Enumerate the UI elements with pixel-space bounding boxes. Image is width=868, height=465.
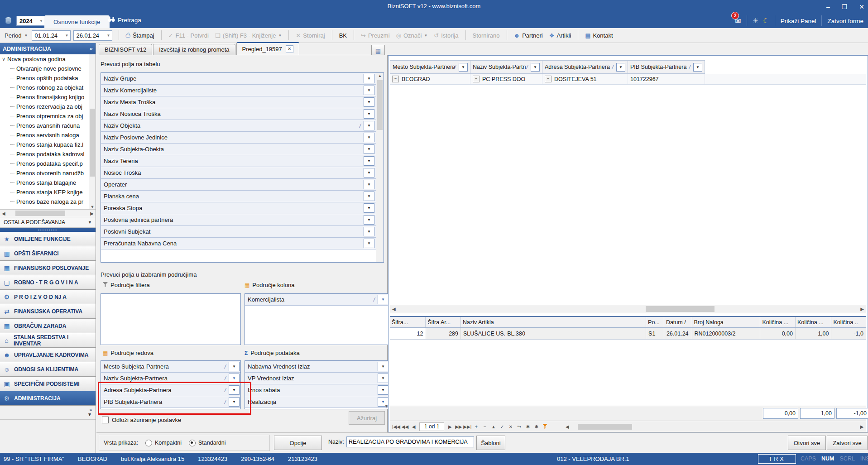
options-button[interactable]: Opcije — [274, 436, 322, 450]
collapse-icon[interactable]: − — [545, 76, 551, 82]
navigator-button[interactable]: ✱ — [523, 424, 532, 429]
pivot-horizontal-scrollbar[interactable]: ◀ ▶ — [390, 305, 866, 313]
navigator-button[interactable]: ◀ — [409, 424, 418, 429]
column-filter-icon[interactable]: ▼ — [459, 63, 468, 72]
tab-izve-taji-iz-robnog-prometa[interactable]: Izveštaji iz robnog prometa — [153, 44, 235, 55]
field-item-naziv-poslovne-jedinice[interactable]: Naziv Poslovne Jedinice▼ — [101, 132, 384, 144]
field-dropdown-icon[interactable]: ▼ — [364, 215, 374, 225]
filter-area-box[interactable] — [101, 293, 241, 345]
toolbar-button-bk[interactable]: BK — [336, 29, 350, 41]
grid-column-header-koli-ina[interactable]: Količina .. — [831, 317, 866, 327]
grid-cell[interactable]: 0,00 — [760, 328, 796, 339]
tree-item-prenos-podataka-kadrovsl[interactable]: Prenos podataka kadrovsl — [0, 149, 96, 159]
grid-column-header-naziv-artikla[interactable]: Naziv Artikla — [461, 317, 646, 327]
checkbox-icon[interactable] — [102, 417, 109, 423]
field-dropdown-icon[interactable]: ▼ — [364, 227, 374, 236]
scrollbar-thumb[interactable] — [90, 109, 95, 177]
fields-scrollbar[interactable]: ▲ — [376, 73, 384, 262]
grid-column-header-koli-ina[interactable]: Količina ... — [796, 317, 831, 327]
area-item-komercijalista[interactable]: Komercijalista/▼ — [245, 294, 389, 306]
grid-column-header-datum[interactable]: Datum / — [664, 317, 692, 327]
field-item-naziv-terena[interactable]: Naziv Terena▼ — [101, 155, 384, 167]
scrollbar-thumb[interactable] — [646, 306, 715, 312]
tree-item-prenos-finansijskog-knjigo[interactable]: Prenos finansijskog knjigo — [0, 92, 96, 102]
scrollbar-thumb[interactable] — [15, 211, 65, 216]
area-item-vp-vrednost-izlaz[interactable]: VP Vrednost Izlaz▼ — [245, 373, 389, 384]
sidebar-item-finansijska-operativa[interactable]: ⇄FINANSIJSKA OPERATIVA — [0, 304, 96, 319]
tree-item-prenos-podataka-specif-p[interactable]: Prenos podataka specif.p — [0, 159, 96, 168]
tree-item-prenos-baze-naloga-za-pr[interactable]: Prenos baze naloga za pr — [0, 197, 96, 206]
area-item-mesto-subjekta-partnera[interactable]: Mesto Subjekta-Partnera/▼ — [101, 361, 240, 373]
navigator-button[interactable]: ▶▶ — [454, 424, 463, 429]
minimize-icon[interactable]: – — [826, 3, 830, 10]
show-panel-button[interactable]: Prikaži Panel — [781, 18, 816, 24]
grid-cell[interactable]: 1,00 — [796, 328, 832, 339]
grid-cell[interactable]: 26.01.24 — [664, 328, 692, 339]
restore-icon[interactable]: ❐ — [842, 3, 848, 10]
grid-column-header-ifra-ar[interactable]: Šifra Ar... — [426, 317, 461, 327]
radio-kompaktni[interactable]: Kompaktni — [145, 440, 182, 446]
field-item-naziv-mesta-tro-ka[interactable]: Naziv Mesta Troška▼ — [101, 96, 384, 108]
radio-icon[interactable] — [145, 440, 152, 446]
tree-item-otvaranje-nove-poslovne[interactable]: Otvaranje nove poslovne — [0, 64, 96, 73]
light-theme-icon[interactable]: ☀ — [753, 17, 758, 25]
pivot-cell[interactable]: −DOSITEJEVA 51 — [542, 74, 628, 84]
open-all-button[interactable]: Otvori sve — [788, 436, 826, 450]
scroll-right-icon[interactable]: ▶ — [88, 211, 96, 216]
toolbar-button-kontakt[interactable]: ▤Kontakt — [582, 29, 616, 41]
field-dropdown-icon[interactable]: ▼ — [364, 192, 374, 201]
collapse-icon[interactable]: − — [473, 76, 480, 82]
column-filter-icon[interactable]: ▼ — [616, 63, 625, 72]
toolbar-button-tampaj[interactable]: ⎙Štampaj — [123, 29, 158, 41]
sidebar-item-omiljene-funkcije[interactable]: ★OMILJENE FUNKCIJE — [0, 232, 96, 246]
field-item-operater[interactable]: Operater▼ — [101, 179, 384, 191]
tree-vertical-scrollbar[interactable]: ▼ — [89, 54, 96, 209]
toolbar-button-artikli[interactable]: ❖Artikli — [546, 29, 574, 41]
toolbar-button-preuzmi[interactable]: ↪Preuzmi — [358, 29, 393, 41]
navigator-button[interactable]: ✱ — [532, 424, 541, 429]
date-to-field[interactable]: 26.01.24 ▼ — [73, 30, 112, 41]
field-dropdown-icon[interactable]: ▼ — [364, 239, 374, 248]
grid-column-header-po[interactable]: Po... — [646, 317, 664, 327]
field-dropdown-icon[interactable]: ▼ — [364, 203, 374, 213]
mail-icon[interactable]: ✉ 2 — [735, 17, 741, 25]
field-item-naziv-komercijaliste[interactable]: Naziv Komercijaliste▼ — [101, 85, 384, 96]
field-dropdown-icon[interactable]: ▼ — [364, 97, 374, 107]
grid-column-header-broj-naloga[interactable]: Broj Naloga — [692, 317, 761, 327]
tree-item-prenos-avansnih-ra-una[interactable]: Prenos avansnih računa — [0, 121, 96, 130]
update-button[interactable]: Ažuriraj — [349, 411, 385, 425]
tree-item-prenos-otpremnica-za-obj[interactable]: Prenos otpremnica za obj — [0, 111, 96, 121]
navigator-button[interactable]: ↪ — [515, 424, 523, 429]
navigator-button[interactable]: |◀◀ — [392, 424, 401, 429]
rows-area-box[interactable]: Mesto Subjekta-Partnera/▼Naziv Subjekta-… — [101, 360, 241, 409]
scroll-up-icon[interactable]: ▲ — [376, 74, 384, 78]
scroll-left-icon[interactable]: ◀ — [563, 424, 571, 429]
scrollbar-thumb[interactable] — [377, 80, 383, 130]
grid-cell[interactable]: SLUŠALICE US.-BL.380 — [461, 328, 646, 339]
column-filter-icon[interactable]: ▼ — [531, 63, 540, 72]
pivot-column-header-naziv-subjekta-partn[interactable]: Naziv Subjekta-Partn/▼ — [470, 60, 542, 74]
navigator-button[interactable]: ▶▶| — [463, 424, 472, 429]
navigator-button[interactable]: ▲ — [489, 424, 498, 429]
field-item-naziv-objekta[interactable]: Naziv Objekta/▼ — [101, 120, 384, 132]
scroll-right-icon[interactable]: ▶ — [858, 307, 866, 312]
field-dropdown-icon[interactable]: ▼ — [364, 133, 374, 142]
grid-column-header-ifra[interactable]: Šifra... — [390, 317, 426, 327]
data-area-box[interactable]: Nabavna Vrednost Izlaz▼VP Vrednost Izlaz… — [245, 360, 390, 409]
sidebar-item-op-ti-ifarnici[interactable]: ▥OPŠTI ŠIFARNICI — [0, 246, 96, 261]
field-item-planska-cena[interactable]: Planska cena▼ — [101, 191, 384, 202]
sidebar-item-administracija[interactable]: ⚙ADMINISTRACIJA — [0, 391, 96, 406]
grid-cell[interactable]: -1,0 — [831, 328, 866, 339]
field-dropdown-icon[interactable]: ▼ — [364, 156, 374, 166]
sidebar-item-p-r-o-i-z-v-o-d-nj-a[interactable]: ⚙P R O I Z V O D NJ A — [0, 290, 96, 304]
radio-standardni[interactable]: Standardni — [189, 440, 225, 446]
field-dropdown-icon[interactable]: ▼ — [364, 86, 374, 95]
sidebar-item-obra-un-zarada[interactable]: ▦OBRAČUN ZARADA — [0, 319, 96, 333]
field-dropdown-icon[interactable]: ▼ — [364, 180, 374, 189]
sidebar-item-specifi-ni-podsistemi[interactable]: ▣SPECIFIČNI PODSISTEMI — [0, 377, 96, 391]
navigator-button[interactable]: ✕ — [506, 424, 515, 429]
expand-open-icon[interactable]: ∨ — [0, 56, 7, 62]
grid-column-header-koli-ina[interactable]: Količina ... — [760, 317, 796, 327]
detail-grid-row[interactable]: 12289SLUŠALICE US.-BL.380S126.01.24RN012… — [390, 328, 866, 340]
field-dropdown-icon[interactable]: ▼ — [364, 168, 374, 177]
